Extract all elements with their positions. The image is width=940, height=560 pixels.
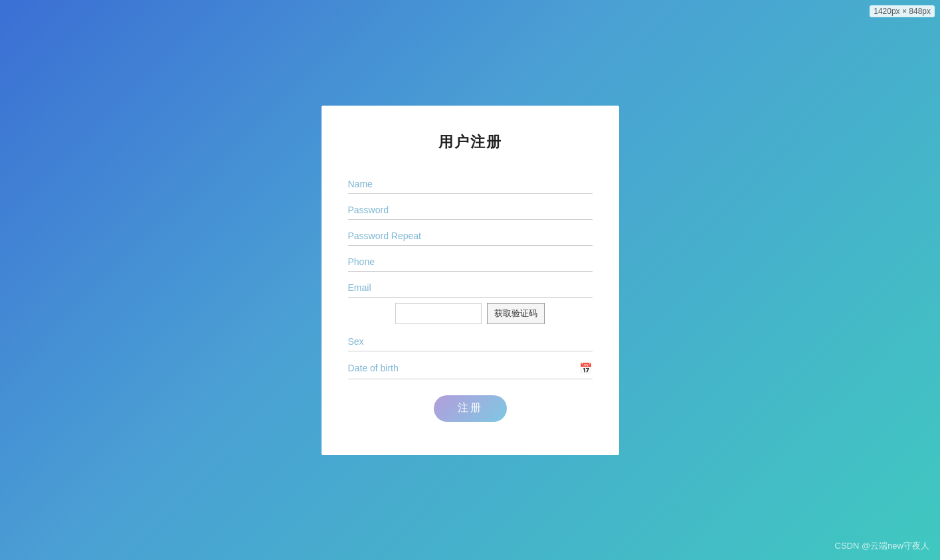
phone-input[interactable] <box>348 250 593 272</box>
submit-button[interactable]: 注册 <box>434 395 507 422</box>
sex-field: Sex <box>348 329 593 351</box>
card-title: 用户注册 <box>348 132 593 152</box>
password-input[interactable] <box>348 198 593 220</box>
email-field <box>348 276 593 298</box>
dimension-label: 1420px × 848px <box>870 5 935 17</box>
watermark: CSDN @云端new守夜人 <box>835 540 930 552</box>
password-repeat-input[interactable] <box>348 224 593 246</box>
dob-field: 📅 <box>348 355 593 379</box>
sex-label: Sex <box>348 329 593 351</box>
password-repeat-field <box>348 224 593 246</box>
captcha-row: 获取验证码 <box>348 303 593 324</box>
name-field <box>348 172 593 194</box>
captcha-input[interactable] <box>395 303 482 324</box>
dob-input[interactable] <box>348 363 579 373</box>
get-captcha-button[interactable]: 获取验证码 <box>487 303 545 324</box>
phone-field <box>348 250 593 272</box>
registration-card: 用户注册 获取验证码 Sex 📅 注册 <box>322 106 619 455</box>
name-input[interactable] <box>348 172 593 194</box>
password-field <box>348 198 593 220</box>
email-input[interactable] <box>348 276 593 298</box>
calendar-icon: 📅 <box>579 362 593 375</box>
form-group: 获取验证码 Sex 📅 <box>348 172 593 379</box>
